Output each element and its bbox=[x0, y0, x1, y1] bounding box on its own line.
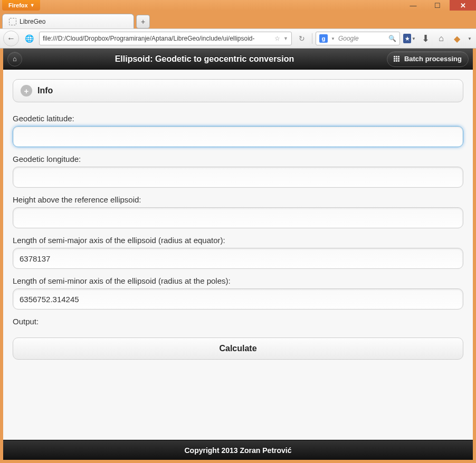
tab-strip: LibreGeo + bbox=[0, 11, 476, 28]
app-home-button[interactable]: ⌂ bbox=[7, 52, 22, 66]
batch-processing-button[interactable]: Batch processing bbox=[387, 51, 469, 67]
tab-title: LibreGeo bbox=[20, 18, 45, 25]
home-icon: ⌂ bbox=[13, 55, 17, 63]
search-placeholder: Google bbox=[338, 35, 385, 42]
chevron-down-icon[interactable]: ▼ bbox=[283, 36, 288, 41]
height-label: Height above the reference ellipsoid: bbox=[13, 195, 463, 204]
minimize-icon: — bbox=[410, 2, 417, 9]
globe-icon: 🌐 bbox=[25, 34, 34, 43]
app-header: ⌂ Ellipsoid: Geodetic to geocentric conv… bbox=[3, 49, 473, 70]
page-title: Ellipsoid: Geodetic to geocentric conver… bbox=[115, 54, 294, 64]
semi-major-input[interactable] bbox=[13, 248, 463, 269]
plus-icon: + bbox=[141, 17, 145, 26]
navigation-toolbar: ← 🌐 file:///D:/Cloud/Dropbox/Programiran… bbox=[0, 28, 476, 49]
url-text: file:///D:/Cloud/Dropbox/Programiranje/A… bbox=[43, 35, 274, 42]
close-button[interactable]: ✕ bbox=[450, 0, 476, 11]
close-icon: ✕ bbox=[460, 2, 466, 9]
star-icon[interactable]: ☆ bbox=[274, 35, 280, 42]
window-titlebar: Firefox ▼ — ☐ ✕ bbox=[0, 0, 476, 11]
chevron-down-icon[interactable]: ▼ bbox=[331, 36, 335, 41]
chevron-down-icon: ▼ bbox=[30, 3, 35, 8]
firefox-menu-button[interactable]: Firefox ▼ bbox=[2, 0, 40, 11]
page-icon bbox=[9, 18, 16, 25]
maximize-icon: ☐ bbox=[434, 2, 441, 9]
browser-tab[interactable]: LibreGeo bbox=[2, 14, 134, 28]
search-bar[interactable]: g ▼ Google 🔍 bbox=[316, 32, 400, 45]
url-bar[interactable]: file:///D:/Cloud/Dropbox/Programiranje/A… bbox=[39, 32, 292, 45]
info-collapsible[interactable]: + Info bbox=[13, 79, 463, 102]
info-label: Info bbox=[37, 86, 53, 95]
puzzle-icon: ◆ bbox=[454, 34, 460, 44]
download-icon: ⬇ bbox=[422, 33, 430, 44]
firefox-menu-label: Firefox bbox=[8, 2, 28, 8]
grid-icon bbox=[394, 56, 400, 62]
google-icon: g bbox=[319, 34, 328, 43]
addon-button[interactable]: ◆ bbox=[451, 32, 463, 45]
url-indicators: ☆ ▼ bbox=[274, 35, 288, 42]
semi-minor-input[interactable] bbox=[13, 288, 463, 310]
downloads-button[interactable]: ⬇ bbox=[419, 32, 432, 45]
page-content: ⌂ Ellipsoid: Geodetic to geocentric conv… bbox=[3, 49, 473, 460]
arrow-left-icon: ← bbox=[7, 34, 15, 43]
output-label: Output: bbox=[13, 317, 463, 326]
calculate-button[interactable]: Calculate bbox=[13, 337, 463, 360]
semi-minor-label: Length of semi-minor axis of the ellipso… bbox=[13, 276, 463, 285]
new-tab-button[interactable]: + bbox=[136, 15, 150, 28]
semi-major-label: Length of semi-major axis of the ellipso… bbox=[13, 236, 463, 245]
height-input[interactable] bbox=[13, 207, 463, 228]
back-button[interactable]: ← bbox=[3, 31, 19, 46]
overflow-button[interactable]: ▼ bbox=[467, 32, 473, 45]
batch-button-label: Batch processing bbox=[404, 55, 462, 63]
reload-button[interactable]: ↻ bbox=[295, 32, 309, 45]
chevron-down-icon: ▼ bbox=[468, 36, 472, 41]
minimize-button[interactable]: — bbox=[401, 0, 425, 11]
reload-icon: ↻ bbox=[299, 34, 305, 43]
app-footer: Copyright 2013 Zoran Petrović bbox=[3, 440, 473, 460]
maximize-button[interactable]: ☐ bbox=[425, 0, 450, 11]
separator bbox=[312, 33, 312, 44]
form-area: + Info Geodetic latitude: Geodetic longi… bbox=[3, 70, 473, 440]
home-icon: ⌂ bbox=[439, 34, 444, 43]
bookmarks-menu-button[interactable]: ★ ▼ bbox=[403, 32, 416, 45]
window-controls: — ☐ ✕ bbox=[401, 0, 476, 11]
latitude-label: Geodetic latitude: bbox=[13, 114, 463, 123]
home-button[interactable]: ⌂ bbox=[435, 32, 448, 45]
longitude-input[interactable] bbox=[13, 167, 463, 188]
chevron-down-icon: ▼ bbox=[412, 36, 416, 41]
plus-circle-icon: + bbox=[21, 85, 32, 97]
bookmark-star-icon: ★ bbox=[403, 34, 411, 43]
longitude-label: Geodetic longitude: bbox=[13, 155, 463, 163]
forward-button[interactable]: 🌐 bbox=[22, 32, 36, 45]
latitude-input[interactable] bbox=[13, 126, 463, 147]
search-icon[interactable]: 🔍 bbox=[388, 35, 396, 42]
